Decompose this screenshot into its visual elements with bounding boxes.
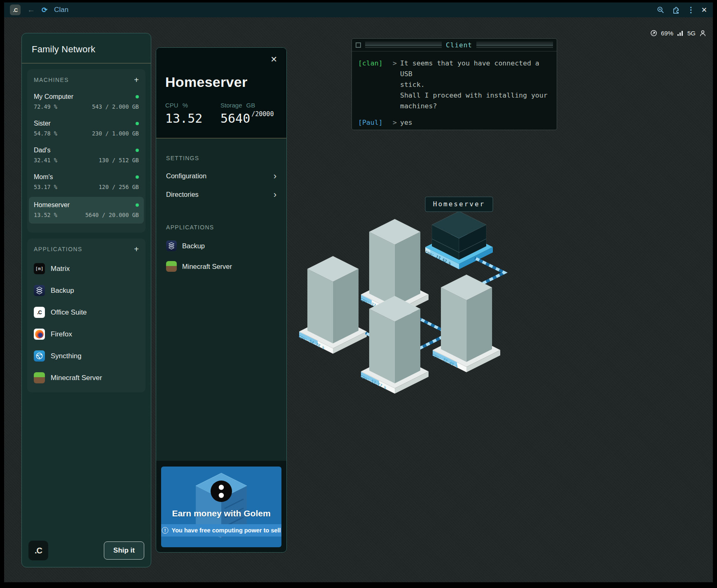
message-text: yes — [400, 117, 550, 128]
scene-node-sister[interactable]: cpu: 54.78 % — [298, 256, 367, 354]
detail-app-minecraft[interactable]: Minecraft Server — [166, 261, 276, 272]
golem-ad-banner[interactable]: Earn money with Golem ! You have free co… — [161, 467, 281, 547]
info-icon: ! — [162, 527, 169, 534]
battery-icon — [650, 30, 657, 37]
settings-header: SETTINGS — [166, 155, 276, 161]
speaker-clan: [clan] — [358, 58, 389, 112]
back-icon[interactable]: ← — [27, 5, 35, 14]
detail-applications-header: APPLICATIONS — [166, 224, 276, 231]
app-item-syncthing[interactable]: Syncthing — [34, 350, 139, 362]
machine-cpu: 54.78 % — [34, 130, 57, 137]
speaker-paul: [Paul] — [358, 117, 389, 128]
app-item-office-suite[interactable]: .C Office Suite — [34, 307, 139, 318]
app-label: Backup — [182, 242, 205, 250]
detail-app-backup[interactable]: Backup — [166, 240, 276, 251]
ship-it-button[interactable]: Ship it — [104, 541, 144, 560]
network-type: 5G — [687, 30, 696, 37]
window-close-icon[interactable]: ✕ — [701, 6, 707, 14]
app-label: Minecraft Server — [51, 374, 102, 382]
browser-topbar: .C ← ⟳ Clan ⋮ ✕ — [4, 2, 713, 17]
app-label: Backup — [51, 287, 74, 295]
app-item-minecraft-server[interactable]: Minecraft Server — [34, 372, 139, 383]
machine-storage: 230 / 1.000 GB — [92, 130, 139, 137]
applications-card: APPLICATIONS + [m] Matrix Bac — [27, 238, 145, 392]
scene-node-moms[interactable]: cpu: 53.17 % — [360, 296, 429, 394]
prompt-arrow: > — [389, 58, 400, 112]
app-label: Minecraft Server — [182, 263, 232, 271]
machine-storage: 543 / 2.000 GB — [92, 103, 139, 110]
terminal-body: [clan] > It seems that you have connecte… — [352, 51, 557, 128]
app-item-matrix[interactable]: [m] Matrix — [34, 263, 139, 274]
firefox-icon — [34, 329, 45, 340]
storage-total: /20000 — [251, 110, 274, 118]
storage-label: Storage — [220, 102, 242, 109]
minecraft-icon — [34, 372, 45, 383]
ad-pill-text: You have free computing power to sell — [172, 527, 281, 534]
app-window: .C ← ⟳ Clan ⋮ ✕ — [4, 2, 713, 582]
machine-name: Mom's — [34, 173, 53, 181]
online-status-dot — [136, 122, 139, 125]
machine-item-dads[interactable]: Dad's 32.41 % 130 / 512 GB — [34, 147, 139, 163]
battery-percent: 69% — [661, 30, 673, 37]
row-label: Directories — [166, 191, 199, 198]
window-widget-icon[interactable] — [356, 42, 361, 48]
backup-stack-icon — [34, 285, 45, 296]
scene-node-my-computer[interactable]: cpu: 72.49 % — [431, 275, 500, 372]
cpu-label: CPU — [165, 102, 178, 109]
online-status-dot — [136, 149, 139, 152]
settings-row-configuration[interactable]: Configuration › — [166, 172, 276, 180]
add-application-button[interactable]: + — [134, 246, 139, 252]
close-icon[interactable]: ✕ — [270, 54, 277, 64]
online-status-dot — [136, 95, 139, 98]
matrix-icon: [m] — [34, 263, 45, 274]
machine-storage: 5640 / 20.000 GB — [85, 212, 139, 218]
titlebar-stripes — [365, 42, 442, 48]
app-label: Matrix — [51, 265, 70, 273]
prompt-arrow: > — [389, 117, 400, 128]
desktop-area: 69% 5G Family Network — [4, 17, 713, 582]
machine-name: Dad's — [34, 147, 50, 154]
app-item-backup[interactable]: Backup — [34, 285, 139, 296]
machines-header: MACHINES — [34, 77, 69, 83]
machine-storage: 130 / 512 GB — [98, 157, 139, 163]
machine-cpu: 13.52 % — [34, 212, 57, 218]
message-text: It seems that you have connected a USB s… — [400, 58, 550, 112]
applications-header: APPLICATIONS — [34, 246, 82, 252]
machine-cpu: 72.49 % — [34, 103, 57, 110]
machine-storage: 120 / 256 GB — [98, 184, 139, 190]
add-machine-button[interactable]: + — [134, 77, 139, 83]
machines-card: MACHINES + My Computer 72.49 % 543 / 2.0… — [27, 69, 145, 233]
kebab-menu-icon[interactable]: ⋮ — [687, 5, 695, 14]
machine-item-my-computer[interactable]: My Computer 72.49 % 543 / 2.000 GB — [34, 93, 139, 110]
extensions-puzzle-icon[interactable] — [672, 5, 681, 14]
app-label: Office Suite — [51, 308, 87, 317]
refresh-icon[interactable]: ⟳ — [42, 6, 47, 14]
minecraft-icon — [166, 261, 177, 272]
machine-cpu: 32.41 % — [34, 157, 57, 163]
syncthing-icon — [34, 350, 45, 362]
storage-stat: Storage GB 5640 /20000 — [220, 102, 277, 126]
cpu-value: 13.52 — [165, 111, 202, 126]
clan-logo-icon: .C — [28, 541, 48, 560]
machine-item-sister[interactable]: Sister 54.78 % 230 / 1.000 GB — [34, 120, 139, 137]
family-network-panel: Family Network MACHINES + My Computer 72… — [21, 33, 151, 567]
scene-node-homeserver[interactable]: cpu: 13.52 % Homeserver — [424, 197, 493, 269]
system-status-cluster: 69% 5G — [650, 30, 706, 37]
machine-item-moms[interactable]: Mom's 53.17 % 120 / 256 GB — [34, 173, 139, 190]
machine-name: Sister — [34, 120, 51, 127]
settings-row-directories[interactable]: Directories › — [166, 191, 276, 198]
backup-stack-icon — [166, 240, 177, 251]
row-label: Configuration — [166, 172, 206, 180]
online-status-dot — [136, 203, 139, 207]
app-label: Firefox — [51, 330, 72, 338]
page-title: Clan — [54, 6, 68, 14]
terminal-titlebar[interactable]: Client — [352, 39, 557, 51]
detail-title: Homeserver — [165, 74, 277, 90]
machine-item-homeserver-selected[interactable]: Homeserver 13.52 % 5640 / 20.000 GB — [29, 197, 144, 224]
node-label: Homeserver — [433, 200, 485, 208]
network-title: Family Network — [32, 44, 141, 55]
zoom-icon[interactable] — [656, 5, 665, 14]
terminal-message: [clan] > It seems that you have connecte… — [358, 58, 550, 112]
client-terminal-window: Client [clan] > It seems that you have c… — [351, 38, 557, 130]
app-item-firefox[interactable]: Firefox — [34, 329, 139, 340]
